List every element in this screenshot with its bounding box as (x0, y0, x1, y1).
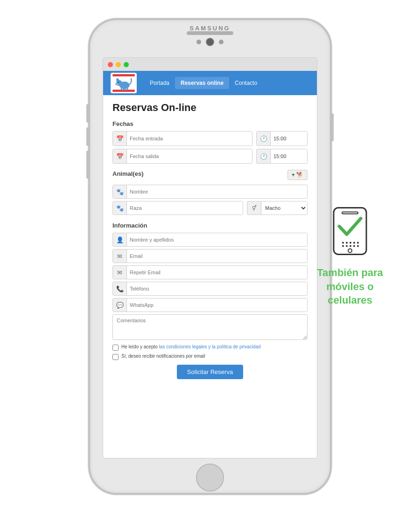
raza-wrap: 🐾 (112, 201, 243, 215)
comentarios-row (112, 314, 308, 342)
svg-point-22 (350, 245, 351, 247)
svg-point-24 (357, 245, 359, 247)
close-button-dot[interactable] (108, 62, 113, 67)
fecha-salida-wrap: 📅 (112, 149, 252, 164)
nombre-animal-row: 🐾 (112, 185, 308, 199)
volume-button-3 (86, 151, 89, 179)
hora-salida-input[interactable] (271, 149, 307, 163)
svg-rect-8 (121, 88, 122, 90)
gender-icon: ⚥ (247, 201, 261, 215)
hora-salida-wrap: 🕐 (256, 149, 308, 164)
minimize-button-dot[interactable] (116, 62, 121, 67)
volume-button-2 (86, 127, 89, 146)
fechas-label: Fechas (112, 120, 308, 127)
svg-rect-13 (342, 212, 358, 214)
whatsapp-input[interactable] (127, 298, 307, 312)
svg-point-19 (357, 242, 359, 243)
legal-link[interactable]: las condiciones legales y la política de… (159, 344, 261, 349)
fecha-entrada-input[interactable] (127, 132, 252, 146)
form-content: Reservas On-line Fechas 📅 🕐 📅 (103, 95, 317, 458)
calendar-icon-2: 📅 (113, 149, 127, 163)
page-title: Reservas On-line (112, 102, 308, 114)
info-section: Información 👤 ✉ ✉ 📞 (112, 222, 308, 342)
animales-label: Animal(es) (112, 170, 143, 177)
person-icon: 👤 (113, 233, 127, 247)
whatsapp-icon: 💬 (113, 298, 127, 312)
maximize-button-dot[interactable] (124, 62, 129, 67)
email-icon-2: ✉ (113, 265, 127, 279)
nav-contacto[interactable]: Contacto (229, 77, 263, 89)
nav-reservas[interactable]: Reservas online (175, 77, 229, 89)
svg-point-20 (342, 245, 344, 247)
svg-point-17 (350, 242, 351, 243)
sexo-select[interactable]: Macho Hembra (261, 201, 307, 215)
hora-entrada-wrap: 🕐 (256, 131, 308, 146)
telefono-input[interactable] (127, 282, 307, 295)
svg-point-16 (346, 242, 348, 243)
camera-dot-2 (219, 40, 224, 44)
notifications-checkbox[interactable] (112, 354, 119, 360)
browser-topbar (103, 58, 317, 71)
whatsapp-row: 💬 (112, 298, 308, 312)
camera-dot-1 (196, 40, 201, 44)
fecha-salida-input[interactable] (127, 149, 252, 163)
scene: SAMSUNG (0, 0, 420, 513)
also-text: También para móviles o celulares (308, 266, 392, 307)
phone-cameras (196, 38, 224, 46)
repetir-email-input[interactable] (127, 266, 307, 279)
nav-links: Portada Reservas online Contacto (144, 77, 263, 89)
legal-text: He leído y acepto las condiciones legale… (121, 344, 261, 349)
dog-logo-icon (112, 74, 135, 92)
home-button[interactable] (196, 464, 224, 492)
mobile-illustration-icon (329, 205, 371, 256)
svg-point-5 (115, 83, 119, 85)
front-camera (206, 38, 214, 46)
comentarios-textarea[interactable] (112, 314, 308, 340)
animals-header: Animal(es) + 🐕 (112, 168, 308, 181)
svg-rect-1 (112, 74, 135, 76)
phone-shell: SAMSUNG (89, 19, 331, 494)
svg-point-7 (118, 82, 119, 83)
volume-button-1 (86, 104, 89, 123)
phone-icon: 📞 (113, 282, 127, 296)
email-icon: ✉ (113, 249, 127, 263)
dog-icon: 🐾 (113, 185, 127, 199)
raza-sexo-row: 🐾 ⚥ Macho Hembra (112, 201, 308, 217)
calendar-icon: 📅 (113, 132, 127, 146)
nombre-apellidos-input[interactable] (127, 233, 307, 246)
fecha-entrada-row: 📅 🕐 (112, 131, 308, 146)
fecha-salida-row: 📅 🕐 (112, 149, 308, 164)
svg-point-15 (342, 242, 344, 243)
notifications-checkbox-row: Sí, deseo recibir notificaciones por ema… (112, 354, 308, 360)
svg-point-18 (353, 242, 355, 243)
informacion-label: Información (112, 222, 308, 229)
right-panel: También para móviles o celulares (308, 205, 392, 307)
nombre-apellidos-row: 👤 (112, 233, 308, 247)
svg-point-23 (353, 245, 355, 247)
power-button (331, 113, 334, 141)
notifications-text: Sí, deseo recibir notificaciones por ema… (121, 354, 205, 359)
phone-speaker (187, 31, 233, 35)
phone-screen: Portada Reservas online Contacto Reserva… (103, 57, 317, 458)
legal-checkbox[interactable] (112, 345, 119, 351)
phone-brand: SAMSUNG (189, 25, 230, 32)
email-row: ✉ (112, 249, 308, 263)
svg-rect-9 (125, 88, 126, 90)
repetir-email-row: ✉ (112, 265, 308, 279)
raza-input[interactable] (127, 201, 243, 215)
email-input[interactable] (127, 250, 307, 263)
phone-top: SAMSUNG (90, 20, 330, 57)
clock-icon-1: 🕐 (257, 132, 271, 146)
hora-entrada-input[interactable] (271, 132, 307, 146)
add-animal-button[interactable]: + 🐕 (287, 170, 308, 180)
paw-icon: 🐾 (113, 201, 127, 215)
nav-portada[interactable]: Portada (144, 77, 175, 89)
svg-rect-10 (123, 88, 124, 90)
svg-point-21 (346, 245, 348, 247)
svg-rect-11 (126, 88, 128, 90)
nombre-animal-input[interactable] (127, 185, 307, 198)
telefono-row: 📞 (112, 282, 308, 296)
legal-checkbox-row: He leído y acepto las condiciones legale… (112, 344, 308, 351)
site-logo (111, 73, 137, 93)
submit-button[interactable]: Solicitar Reserva (177, 365, 243, 379)
